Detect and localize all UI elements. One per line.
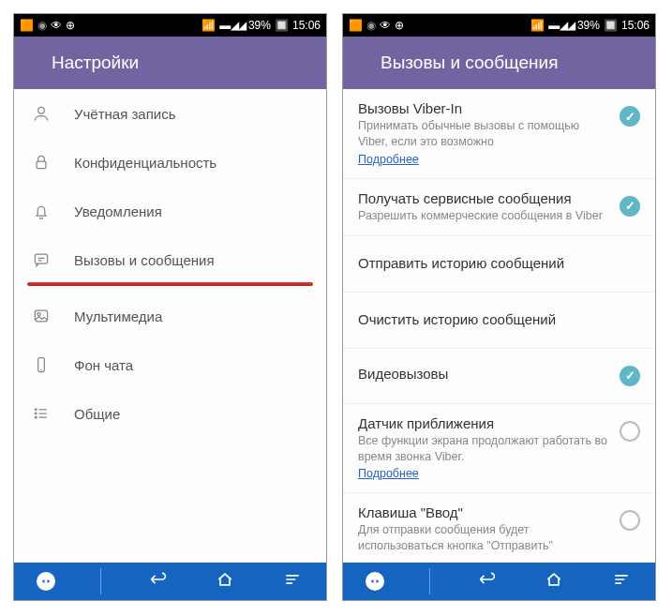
row-video-calls[interactable]: Видеовызовы [343,349,655,404]
row-subtitle: Для отправки сообщения будет использоват… [358,522,610,554]
viber-icon: ◉ [37,19,47,32]
uc-icon: 🟧 [20,19,34,32]
phone-left: 🟧 ◉ 👁 ⊕ 📶 ▬ ◢ ◢ 39% 🔲 15:06 Настройки Уч… [13,13,327,601]
item-label: Учётная запись [74,106,176,122]
row-title: Вызовы Viber-In [358,100,610,116]
eye-icon: 👁 [380,19,391,32]
svg-rect-3 [35,310,47,322]
status-bar: 🟧 ◉ 👁 ⊕ 📶 ▬ ◢ ◢ 39% 🔲 15:06 [14,14,326,37]
item-label: Мультимедиа [74,308,162,324]
clock: 15:06 [621,19,650,32]
svg-point-6 [35,409,37,411]
nav-back-icon[interactable] [146,570,169,593]
nav-bar [343,563,655,600]
checkbox-unchecked-icon[interactable] [620,510,640,531]
page-title: Вызовы и сообщения [381,53,558,73]
row-title: Получать сервисные сообщения [358,190,610,206]
row-viber-in[interactable]: Вызовы Viber-In Принимать обычные вызовы… [343,89,655,179]
checkbox-checked-icon[interactable] [620,106,640,127]
status-bar: 🟧 ◉ 👁 ⊕ 📶 ▬ ◢ ◢ 39% 🔲 15:06 [343,14,655,37]
photo-icon [31,307,52,325]
phone-frame-icon [31,355,52,374]
row-subtitle: Принимать обычные вызовы с помощью Viber… [358,118,610,150]
item-calls-messages[interactable]: Вызовы и сообщения [14,235,326,284]
person-icon [31,104,52,123]
item-general[interactable]: Общие [14,389,326,438]
item-label: Конфиденциальность [74,155,217,171]
row-title: Очистить историю сообщений [358,311,640,327]
teamviewer-icon[interactable] [37,572,55,591]
row-title: Видеовызовы [358,366,610,382]
nav-menu-icon[interactable] [281,570,304,593]
row-service-msgs[interactable]: Получать сервисные сообщения Разрешить к… [343,179,655,236]
teamviewer-icon[interactable] [366,572,384,591]
item-label: Вызовы и сообщения [74,252,215,268]
signal-icon: ▬ ◢ ◢ [219,19,245,32]
item-notifications[interactable]: Уведомления [14,187,326,235]
eye-icon: 👁 [51,19,62,32]
page-title: Настройки [52,53,139,73]
nav-menu-icon[interactable] [610,570,633,593]
item-account[interactable]: Учётная запись [14,89,326,138]
learn-more-link[interactable]: Подробнее [358,153,419,166]
tv-icon: ⊕ [66,19,75,32]
phone-right: 🟧 ◉ 👁 ⊕ 📶 ▬ ◢ ◢ 39% 🔲 15:06 Вызовы и соо… [342,13,656,601]
bell-icon [31,202,52,220]
row-title: Отправить историю сообщений [358,255,640,271]
item-label: Уведомления [74,203,162,219]
row-subtitle: Все функции экрана продолжают работать в… [358,433,610,465]
row-send-history[interactable]: Отправить историю сообщений [343,236,655,293]
settings-list: Учётная запись Конфиденциальность Уведом… [14,89,326,563]
row-subtitle: Разрешить коммерческие сообщения в Viber [358,208,610,224]
signal-icon: ▬ ◢ ◢ [548,19,574,32]
row-clear-history[interactable]: Очистить историю сообщений [343,293,655,349]
checkbox-unchecked-icon[interactable] [620,421,640,442]
row-title: Датчик приближения [358,415,610,431]
battery-icon: 🔲 [275,19,289,32]
tv-icon: ⊕ [395,19,404,32]
app-bar: Вызовы и сообщения [343,37,655,89]
calls-settings-list: Вызовы Viber-In Принимать обычные вызовы… [343,89,655,563]
item-label: Общие [74,406,120,422]
row-title: Клавиша "Ввод" [358,504,610,520]
svg-rect-1 [37,161,46,169]
battery-percent: 39% [577,19,600,32]
nav-bar [14,563,326,600]
row-enter-key[interactable]: Клавиша "Ввод" Для отправки сообщения бу… [343,493,655,563]
lock-icon [31,153,52,172]
item-label: Фон чата [74,357,133,373]
nav-back-icon[interactable] [475,570,498,593]
wifi-icon: 📶 [202,19,216,32]
wifi-icon: 📶 [530,19,545,32]
svg-point-7 [35,413,37,414]
svg-point-0 [38,107,45,113]
checkbox-checked-icon[interactable] [620,366,640,386]
svg-point-4 [37,313,40,316]
item-chat-bg[interactable]: Фон чата [14,340,326,389]
clock: 15:06 [292,19,321,32]
nav-home-icon[interactable] [543,570,565,593]
list-icon [31,404,52,423]
uc-icon: 🟧 [349,19,363,32]
viber-icon: ◉ [366,19,376,32]
battery-icon: 🔲 [604,19,618,32]
row-proximity[interactable]: Датчик приближения Все функции экрана пр… [343,404,655,494]
app-bar: Настройки [14,37,326,89]
svg-point-8 [35,416,37,418]
nav-home-icon[interactable] [214,570,236,593]
checkbox-checked-icon[interactable] [620,196,640,217]
svg-rect-2 [35,254,47,263]
learn-more-link[interactable]: Подробнее [358,467,419,480]
item-media[interactable]: Мультимедиа [14,292,326,340]
battery-percent: 39% [248,19,271,32]
item-privacy[interactable]: Конфиденциальность [14,138,326,187]
chat-icon [31,250,52,269]
